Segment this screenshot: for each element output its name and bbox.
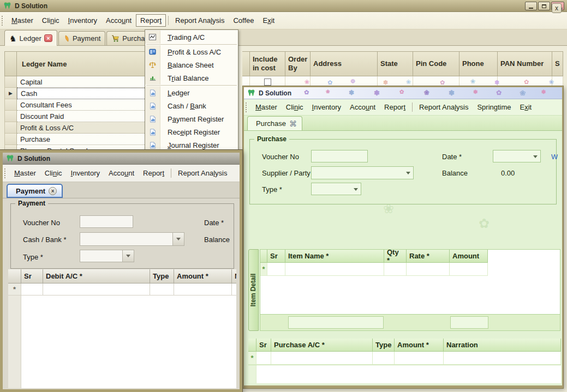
tab-payment[interactable]: Payment × <box>7 184 63 198</box>
table-row[interactable]: Pharma Dental Supply <box>5 145 151 150</box>
row-selector[interactable] <box>5 99 17 111</box>
column-header[interactable]: Include in cost <box>250 52 285 76</box>
grid-selector-header[interactable] <box>242 52 250 76</box>
grid-cell[interactable] <box>150 284 174 295</box>
menu-item-ledger[interactable]: Ledger <box>145 86 238 99</box>
tab-ledger[interactable]: ♞Ledger× <box>4 30 57 46</box>
menu-item-cash-bank[interactable]: Cash / Bank <box>145 99 238 112</box>
new-row-selector[interactable]: * <box>260 263 267 276</box>
row-selector[interactable] <box>5 145 17 150</box>
column-header[interactable]: Item Name * <box>285 250 384 263</box>
table-row[interactable]: ▶Cash <box>5 88 151 99</box>
grid-cell[interactable] <box>407 263 450 276</box>
menu-item-report-analysis[interactable]: Report Analysis <box>415 101 473 113</box>
grid-cell[interactable] <box>267 263 285 276</box>
payment-window-titlebar[interactable]: D Solution <box>3 153 240 165</box>
column-header[interactable]: Amount * <box>174 269 232 284</box>
column-header[interactable]: Rate * <box>407 250 450 263</box>
row-selector[interactable] <box>5 111 17 122</box>
table-row[interactable]: Profit & Loss A/C <box>5 122 151 134</box>
row-selector[interactable] <box>5 122 17 134</box>
menu-item-trial-balance[interactable]: Trial Balance <box>145 71 238 85</box>
grid-cell[interactable] <box>450 263 488 276</box>
new-row-selector[interactable]: * <box>8 284 21 295</box>
tab-purchase[interactable]: Purchase ⌘ <box>247 116 302 130</box>
column-header[interactable]: Sr <box>21 269 43 284</box>
grid-cell[interactable] <box>271 352 373 365</box>
cash-bank-combobox[interactable] <box>80 232 184 246</box>
close-tab-icon[interactable]: × <box>49 187 57 195</box>
column-header[interactable]: Pin Code <box>413 52 459 76</box>
column-header[interactable]: Phone <box>459 52 498 76</box>
menu-item-report[interactable]: Report <box>380 101 410 113</box>
date-combobox[interactable] <box>493 150 541 162</box>
table-row[interactable]: Discount Paid <box>5 111 151 122</box>
toolbar-grip[interactable] <box>4 168 6 178</box>
main-window-titlebar[interactable]: D Solution × <box>0 0 567 12</box>
grid-cell[interactable] <box>384 263 407 276</box>
grid-selector-header[interactable] <box>248 339 256 352</box>
menu-item-account[interactable]: Account <box>102 14 136 27</box>
grid-cell[interactable] <box>256 352 271 365</box>
supplier-party-combobox[interactable] <box>311 166 414 179</box>
grid-cell[interactable] <box>232 284 236 295</box>
grid-cell[interactable] <box>21 284 43 295</box>
column-header[interactable]: Sr <box>256 339 271 352</box>
menu-item-master[interactable]: Master <box>10 167 40 179</box>
new-row-selector[interactable]: * <box>248 352 256 365</box>
grid-selector-header[interactable] <box>8 269 21 284</box>
table-row[interactable]: Consultant Fees <box>5 99 151 111</box>
grid-cell[interactable] <box>373 352 395 365</box>
menu-item-exit[interactable]: Exit <box>516 101 536 113</box>
voucher-no-input[interactable] <box>80 215 133 228</box>
close-all-tabs-button[interactable]: x <box>552 3 562 13</box>
column-header[interactable]: Order By <box>285 52 311 76</box>
menu-item-report-analysis[interactable]: Report Analysis <box>174 167 231 179</box>
dropdown-button[interactable] <box>122 250 134 262</box>
column-header[interactable]: State <box>378 52 413 76</box>
menu-item-account[interactable]: Account <box>104 167 139 179</box>
column-header[interactable]: Purchase A/C * <box>271 339 373 352</box>
menu-item-account[interactable]: Account <box>345 101 380 113</box>
menu-item-report[interactable]: Report <box>136 14 166 27</box>
type-combobox[interactable] <box>80 250 134 262</box>
menu-item-master[interactable]: Master <box>251 101 282 113</box>
menu-item-inventory[interactable]: Inventory <box>67 167 105 179</box>
column-header[interactable]: Address <box>311 52 378 76</box>
grid-cell[interactable] <box>285 263 384 276</box>
dropdown-button[interactable] <box>172 233 184 245</box>
menu-item-trading-a-c[interactable]: Trading A/C <box>145 31 238 44</box>
menu-item-payment-register[interactable]: Payment Register <box>145 112 238 125</box>
grid-corner-cell[interactable] <box>5 52 17 76</box>
row-selector[interactable] <box>5 134 17 145</box>
column-header[interactable]: Amount * <box>395 339 444 352</box>
grid-cell[interactable] <box>395 352 444 365</box>
table-row[interactable]: Capital <box>5 76 151 88</box>
grid-selector-header[interactable] <box>260 250 267 263</box>
menu-item-springtime[interactable]: Springtime <box>473 101 515 113</box>
column-header[interactable]: S <box>552 52 563 76</box>
maximize-button[interactable] <box>538 2 550 10</box>
close-tab-icon[interactable]: × <box>44 34 52 42</box>
item-detail-side-tab[interactable]: Item Detail <box>248 249 259 331</box>
minimize-button[interactable] <box>525 2 537 10</box>
payment-grid-new-row[interactable]: * <box>8 284 236 295</box>
weekday-link[interactable]: We <box>551 153 558 161</box>
column-header[interactable]: Type <box>150 269 174 284</box>
column-header[interactable]: Qty * <box>384 250 407 263</box>
row-selector[interactable] <box>5 76 17 88</box>
column-header[interactable]: Narration <box>232 269 236 284</box>
menu-item-receipt-register[interactable]: Receipt Register <box>145 125 238 138</box>
table-row[interactable]: Purchase <box>5 134 151 145</box>
menu-item-clinic[interactable]: Clinic <box>40 167 67 179</box>
menu-item-inventory[interactable]: Inventory <box>308 101 346 113</box>
account-grid-new-row[interactable]: * <box>248 352 561 365</box>
toolbar-grip[interactable] <box>2 16 3 26</box>
menu-item-profit-loss-a-c[interactable]: Profit & Loss A/C <box>145 45 238 58</box>
include-in-cost-checkbox[interactable] <box>264 79 271 86</box>
grid-cell[interactable] <box>444 352 561 365</box>
voucher-no-input[interactable] <box>311 150 368 162</box>
menu-item-clinic[interactable]: Clinic <box>282 101 308 113</box>
column-header[interactable]: Amount <box>450 250 488 263</box>
menu-item-master[interactable]: Master <box>7 14 38 27</box>
